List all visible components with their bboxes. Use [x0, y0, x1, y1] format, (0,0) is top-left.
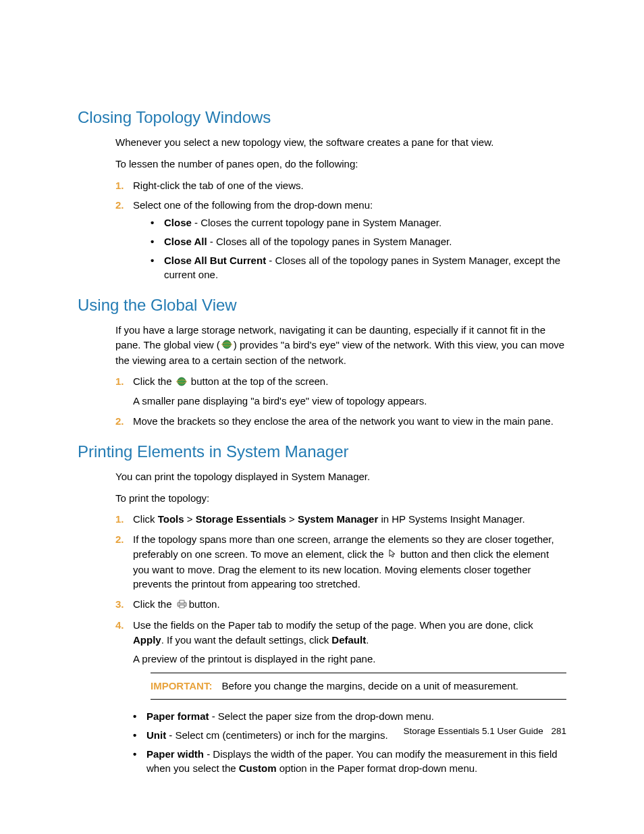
list-marker: 1.	[115, 374, 124, 389]
list-text: Right-click the tab of one of the views.	[133, 180, 304, 191]
page-content: Closing Topology Windows Whenever you se…	[0, 0, 644, 834]
list-text: Use the fields on the Paper tab to modif…	[133, 618, 566, 648]
list-marker: 2.	[115, 532, 124, 547]
text: Click the	[133, 598, 175, 610]
term: Close	[164, 217, 192, 228]
page-number: 281	[551, 726, 566, 736]
term: Paper width	[146, 748, 204, 760]
list-text: Move the brackets so they enclose the ar…	[133, 415, 554, 427]
list-marker: 3.	[115, 597, 124, 612]
list-marker: 4.	[115, 618, 124, 633]
paragraph: To lessen the number of panes open, do t…	[115, 157, 566, 172]
menu-storage-essentials: Storage Essentials	[196, 513, 286, 525]
svg-point-2	[178, 377, 186, 386]
text: in HP Systems Insight Manager.	[378, 513, 525, 525]
button-default: Default	[331, 634, 366, 646]
important-callout: IMPORTANT: Before you change the margins…	[151, 673, 566, 700]
separator: >	[184, 513, 196, 525]
paragraph: You can print the topology displayed in …	[115, 469, 566, 484]
list-item: 1. Right-click the tab of one of the vie…	[115, 178, 566, 193]
option-custom: Custom	[239, 762, 277, 774]
text: button at the top of the screen.	[188, 375, 329, 387]
heading-printing: Printing Elements in System Manager	[78, 442, 566, 461]
list-text: Click the button at the top of the scree…	[133, 374, 566, 390]
term: Paper format	[146, 710, 209, 722]
text: button.	[189, 598, 220, 610]
definition: - Closes the current topology pane in Sy…	[192, 217, 441, 228]
footer-title: Storage Essentials 5.1 User Guide	[404, 726, 543, 736]
svg-rect-6	[180, 605, 184, 608]
ordered-list: 1. Click the button at the top of the sc…	[115, 374, 566, 428]
list-item: Close All - Closes all of the topology p…	[151, 234, 566, 249]
definition: - Closes all of the topology panes in Sy…	[207, 236, 452, 247]
section-closing-body: Whenever you select a new topology view,…	[115, 135, 566, 282]
list-marker: 2.	[115, 198, 124, 213]
list-marker: 1.	[115, 512, 124, 527]
list-marker: 1.	[115, 178, 124, 193]
svg-rect-5	[180, 600, 184, 603]
menu-system-manager: System Manager	[298, 513, 378, 525]
bullet-list: Close - Closes the current topology pane…	[133, 215, 566, 282]
list-item: Close All But Current - Closes all of th…	[151, 253, 566, 283]
list-item: 4. Use the fields on the Paper tab to mo…	[115, 618, 566, 776]
globe-icon	[176, 375, 187, 390]
text: Use the fields on the Paper tab to modif…	[133, 619, 533, 631]
printer-icon	[176, 598, 188, 613]
text: . If you want the default settings, clic…	[161, 634, 332, 646]
ordered-list: 1. Click Tools > Storage Essentials > Sy…	[115, 512, 566, 776]
text: Click the	[133, 375, 175, 387]
paragraph: If you have a large storage network, nav…	[115, 323, 566, 367]
list-item: 2. Move the brackets so they enclose the…	[115, 414, 566, 429]
button-apply: Apply	[133, 634, 161, 646]
list-item: 1. Click Tools > Storage Essentials > Sy…	[115, 512, 566, 527]
list-text: Select one of the following from the dro…	[133, 199, 373, 211]
important-label: IMPORTANT:	[151, 680, 212, 692]
paragraph: To print the topology:	[115, 491, 566, 506]
definition: - Select the paper size from the drop-do…	[209, 710, 435, 722]
list-marker: 2.	[115, 414, 124, 429]
list-item: 2. Select one of the following from the …	[115, 198, 566, 282]
ordered-list: 1. Right-click the tab of one of the vie…	[115, 178, 566, 283]
list-item: 3. Click the button.	[115, 597, 566, 613]
list-item: Paper format - Select the paper size fro…	[133, 709, 566, 724]
heading-global-view: Using the Global View	[78, 296, 566, 315]
important-text: Before you change the margins, decide on…	[222, 680, 518, 692]
list-sub-text: A smaller pane displaying "a bird's eye"…	[133, 394, 566, 409]
list-item: 1. Click the button at the top of the sc…	[115, 374, 566, 409]
cursor-icon	[388, 548, 396, 563]
list-item: Close - Closes the current topology pane…	[151, 215, 566, 230]
page-footer: Storage Essentials 5.1 User Guide 281	[0, 726, 644, 736]
list-sub-text: A preview of the printout is displayed i…	[133, 652, 566, 667]
menu-tools: Tools	[158, 513, 184, 525]
separator: >	[286, 513, 298, 525]
heading-closing-topology: Closing Topology Windows	[78, 108, 566, 127]
term: Close All But Current	[164, 255, 266, 266]
list-item: Paper width - Displays the width of the …	[133, 747, 566, 777]
text: .	[366, 634, 369, 646]
list-item: 2. If the topology spans more than one s…	[115, 532, 566, 592]
svg-point-0	[223, 340, 231, 348]
bullet-list: Paper format - Select the paper size fro…	[133, 709, 566, 776]
globe-icon	[221, 338, 232, 353]
text: option in the Paper format drop-down men…	[277, 762, 478, 774]
term: Close All	[164, 236, 207, 247]
text: Click	[133, 513, 158, 525]
paragraph: Whenever you select a new topology view,…	[115, 135, 566, 150]
section-global-body: If you have a large storage network, nav…	[115, 323, 566, 429]
